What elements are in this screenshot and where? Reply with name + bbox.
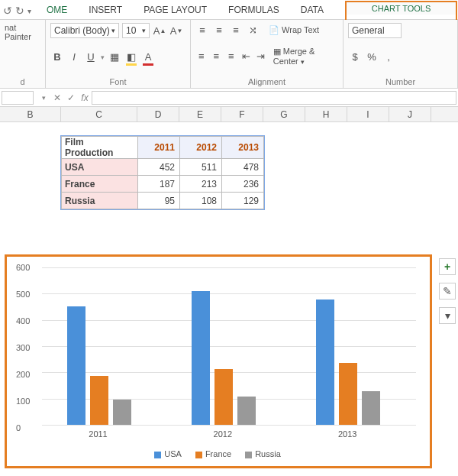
plot-area[interactable] (42, 267, 416, 425)
percent-icon[interactable]: % (365, 50, 379, 64)
col-header[interactable]: J (389, 107, 431, 121)
font-size-select[interactable]: 10▾ (122, 23, 150, 38)
data-cell[interactable]: 95 (138, 193, 180, 209)
ribbon-body: nat Painter d Calibri (Body)▾ 10▾ A▲ A▼ … (0, 20, 458, 89)
worksheet-grid[interactable]: Film Production 2011 2012 2013 USA 452 5… (0, 122, 458, 244)
data-cell[interactable]: 213 (180, 176, 222, 193)
data-cell[interactable]: 452 (138, 159, 180, 176)
tab-formulas[interactable]: FORMULAS (218, 2, 290, 19)
align-middle-icon[interactable]: ≡ (212, 23, 226, 37)
orientation-icon[interactable]: ⤭ (246, 23, 260, 37)
quick-access-toolbar: ↺ ↻ ▾ (2, 5, 33, 19)
legend-item[interactable]: France (195, 449, 231, 458)
y-tick-label: 300 (16, 343, 30, 352)
align-center-icon[interactable]: ≡ (211, 50, 223, 63)
table-row[interactable]: USA 452 511 478 (62, 159, 264, 176)
merge-center-button[interactable]: ▦ Merge & Center ▾ (273, 47, 338, 66)
col-header[interactable]: I (347, 107, 389, 121)
comma-icon[interactable]: , (382, 50, 395, 64)
legend-item[interactable]: USA (154, 449, 182, 458)
x-tick-label: 2013 (338, 429, 356, 439)
row-name-cell[interactable]: USA (62, 159, 138, 176)
decrease-font-icon[interactable]: A▼ (169, 24, 183, 37)
bar-russia[interactable] (237, 397, 256, 425)
underline-dropdown-icon[interactable]: ▾ (101, 53, 105, 61)
table-row[interactable]: Russia 95 108 129 (62, 193, 264, 209)
tab-home[interactable]: OME (36, 2, 78, 19)
align-right-icon[interactable]: ≡ (225, 50, 237, 63)
font-color-button[interactable]: A (141, 50, 155, 64)
x-tick-label: 2012 (214, 429, 232, 439)
align-left-icon[interactable]: ≡ (195, 50, 208, 63)
bar-usa[interactable] (316, 300, 334, 425)
year-cell[interactable]: 2011 (138, 137, 180, 159)
name-box[interactable] (2, 91, 34, 105)
bar-france[interactable] (339, 363, 357, 425)
col-header[interactable]: B (0, 107, 61, 121)
redo-icon[interactable]: ↻ (15, 5, 24, 17)
align-top-icon[interactable]: ≡ (195, 23, 209, 37)
cancel-icon[interactable]: ✕ (50, 92, 64, 103)
number-format-select[interactable]: General (348, 23, 402, 38)
chart-styles-button[interactable]: ✎ (439, 283, 456, 300)
bar-usa[interactable] (67, 306, 85, 425)
formula-input[interactable] (92, 91, 456, 105)
year-cell[interactable]: 2013 (222, 137, 264, 159)
bar-france[interactable] (90, 376, 108, 425)
qat-dropdown-icon[interactable]: ▾ (27, 7, 31, 15)
data-cell[interactable]: 129 (222, 193, 264, 209)
bar-usa[interactable] (192, 291, 210, 425)
increase-indent-icon[interactable]: ⇥ (255, 50, 267, 63)
col-header[interactable]: F (221, 107, 263, 121)
y-tick-label: 200 (16, 370, 30, 379)
tab-data[interactable]: DATA (290, 2, 334, 19)
table-row[interactable]: France 187 213 236 (62, 176, 264, 193)
chart-legend[interactable]: USAFranceRussia (11, 449, 424, 458)
bar-russia[interactable] (113, 400, 131, 425)
undo-icon[interactable]: ↺ (3, 5, 12, 17)
chart-elements-button[interactable]: + (439, 258, 456, 275)
tab-insert[interactable]: INSERT (78, 2, 133, 19)
font-family-select[interactable]: Calibri (Body)▾ (50, 23, 119, 38)
row-name-cell[interactable]: Russia (62, 193, 138, 209)
col-header[interactable]: H (305, 107, 347, 121)
increase-font-icon[interactable]: A▲ (153, 24, 166, 37)
align-bottom-icon[interactable]: ≡ (229, 23, 243, 37)
legend-item[interactable]: Russia (245, 449, 281, 458)
table-header-cell[interactable]: Film Production (62, 137, 138, 159)
data-table[interactable]: Film Production 2011 2012 2013 USA 452 5… (61, 136, 264, 209)
currency-icon[interactable]: $ (348, 50, 362, 64)
year-cell[interactable]: 2012 (180, 137, 222, 159)
fill-color-button[interactable]: ◧ (124, 50, 138, 64)
col-header[interactable]: E (179, 107, 221, 121)
data-cell[interactable]: 478 (222, 159, 264, 176)
italic-button[interactable]: I (67, 50, 81, 64)
bold-button[interactable]: B (50, 50, 64, 64)
row-name-cell[interactable]: France (62, 176, 138, 193)
underline-button[interactable]: U (84, 50, 98, 64)
chart-filter-button[interactable]: ▾ (439, 307, 456, 324)
fx-icon[interactable]: fx (78, 92, 92, 103)
tab-page-layout[interactable]: PAGE LAYOUT (133, 2, 218, 19)
bar-france[interactable] (214, 369, 233, 425)
decrease-indent-icon[interactable]: ⇤ (240, 50, 253, 63)
clipboard-group-label: d (5, 76, 40, 86)
data-cell[interactable]: 187 (138, 176, 180, 193)
wrap-text-button[interactable]: 📄 Wrap Text (269, 25, 319, 35)
col-header[interactable]: D (137, 107, 179, 121)
chart-side-buttons: + ✎ ▾ (439, 258, 456, 324)
border-button[interactable]: ▦ (108, 50, 121, 64)
x-tick-label: 2011 (89, 429, 107, 439)
data-cell[interactable]: 108 (180, 193, 222, 209)
namebox-dropdown-icon[interactable]: ▾ (37, 94, 50, 102)
data-cell[interactable]: 511 (180, 159, 222, 176)
col-header[interactable]: C (61, 107, 137, 121)
bar-russia[interactable] (362, 391, 380, 425)
formula-bar: ▾ ✕ ✓ fx (0, 89, 458, 107)
data-cell[interactable]: 236 (222, 176, 264, 193)
chart-tools-header: CHART TOOLS (347, 2, 456, 15)
col-header[interactable]: G (263, 107, 305, 121)
enter-icon[interactable]: ✓ (64, 92, 78, 103)
format-painter-button[interactable]: nat Painter (5, 23, 40, 41)
embedded-chart[interactable]: USAFranceRussia 010020030040050060020112… (5, 254, 432, 468)
